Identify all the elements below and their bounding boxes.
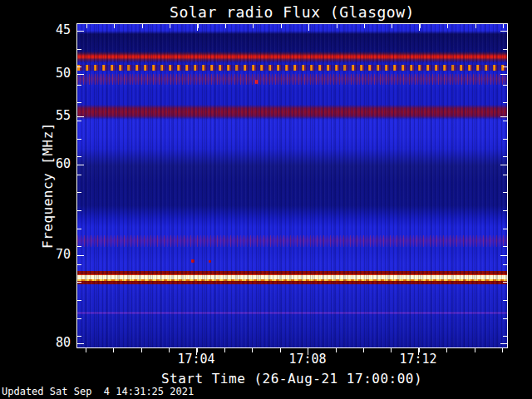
- y-axis-title: Frequency [MHz]: [40, 122, 56, 249]
- x-major-tick-top-1708: [308, 24, 309, 31]
- y-major-tick-70: [77, 255, 84, 256]
- y-major-tick-80: [77, 343, 84, 344]
- y-major-tick-right-55: [500, 116, 507, 117]
- y-axis-left-minor-ticks: [77, 24, 81, 347]
- y-major-tick-45: [77, 31, 84, 32]
- y-tick-label-60: 60: [0, 155, 71, 172]
- chart-title: Solar radio Flux (Glasgow): [76, 3, 508, 21]
- x-tick-label-1704: 17:04: [163, 352, 229, 367]
- y-major-tick-right-45: [500, 31, 507, 32]
- x-major-tick-top-1704: [197, 24, 198, 31]
- y-major-tick-right-60: [500, 165, 507, 165]
- x-tick-label-1708: 17:08: [274, 352, 341, 367]
- x-axis-top-minor-ticks: [77, 24, 507, 28]
- noise-texture-overlay: [77, 24, 507, 347]
- y-tick-label-70: 70: [0, 246, 71, 263]
- y-major-tick-right-50: [500, 74, 507, 75]
- y-major-tick-60: [77, 165, 84, 165]
- y-tick-label-45: 45: [0, 22, 71, 38]
- plot-area: [76, 23, 508, 348]
- spectrogram-page: Solar radio Flux (Glasgow) Frequency [MH…: [0, 0, 532, 399]
- y-tick-label-80: 80: [0, 334, 71, 351]
- x-axis-title: Start Time (26-Aug-21 17:00:00): [100, 371, 484, 387]
- y-major-tick-right-80: [500, 343, 507, 344]
- x-tick-label-1712: 17:12: [385, 352, 451, 367]
- x-major-tick-top-1712: [419, 24, 420, 31]
- updated-timestamp: Updated Sat Sep 4 14:31:25 2021: [2, 386, 194, 397]
- y-major-tick-50: [77, 74, 84, 75]
- y-tick-label-55: 55: [0, 107, 71, 124]
- y-major-tick-55: [77, 116, 84, 117]
- y-tick-label-50: 50: [0, 65, 71, 81]
- y-axis-right-minor-ticks: [503, 24, 507, 347]
- y-major-tick-right-70: [500, 255, 507, 256]
